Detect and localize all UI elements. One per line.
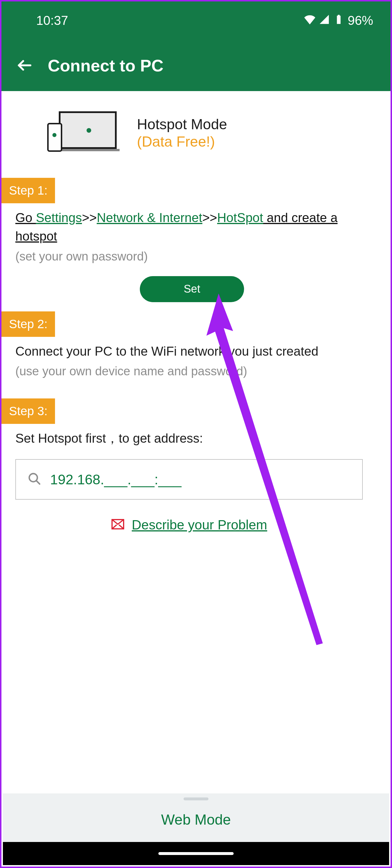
wifi-icon	[304, 13, 315, 28]
cellular-icon	[319, 13, 330, 28]
ip-address-field[interactable]: 192.168.___.___:___	[15, 459, 363, 500]
search-icon	[28, 472, 41, 487]
phone-frame: 10:37 96% Connect to PC	[0, 0, 392, 868]
step-3: Step 3:	[1, 398, 377, 424]
settings-link[interactable]: Settings	[36, 211, 82, 225]
status-bar: 10:37 96%	[1, 1, 391, 40]
nav-pill-icon[interactable]	[158, 852, 234, 855]
step-1: Step 1:	[1, 178, 377, 203]
step-2-note: (use your own device name and password)	[1, 364, 377, 378]
set-button[interactable]: Set	[140, 276, 244, 302]
step-3-badge: Step 3:	[1, 398, 55, 424]
step-1-instruction[interactable]: Go Settings >> Network & Internet >> Hot…	[1, 209, 377, 246]
mode-title: Hotspot Mode	[137, 116, 227, 133]
back-arrow-icon[interactable]	[16, 57, 33, 74]
hero: Hotspot Mode (Data Free!)	[1, 111, 377, 155]
web-mode-label[interactable]: Web Mode	[161, 811, 231, 828]
devices-illustration-icon	[47, 111, 119, 155]
step-1-go: Go	[15, 211, 36, 225]
describe-problem-row[interactable]: Describe your Problem	[1, 517, 377, 533]
step-2-instruction: Connect your PC to the WiFi network you …	[1, 342, 377, 361]
drag-handle-icon[interactable]	[184, 798, 208, 800]
status-time: 10:37	[36, 13, 68, 28]
describe-problem-link[interactable]: Describe your Problem	[132, 517, 267, 533]
bottom-sheet[interactable]: Web Mode	[3, 794, 389, 842]
step-3-instruction: Set Hotspot first，to get address:	[1, 429, 377, 447]
battery-icon	[333, 13, 344, 28]
hotspot-link[interactable]: HotSpot	[217, 211, 263, 225]
system-nav-bar	[3, 842, 389, 865]
separator: >>	[202, 209, 217, 227]
content: Hotspot Mode (Data Free!) Step 1: Go Set…	[1, 91, 391, 814]
page-title: Connect to PC	[48, 56, 164, 75]
step-2: Step 2:	[1, 311, 377, 337]
mode-subtitle: (Data Free!)	[137, 133, 227, 150]
mail-icon	[111, 517, 125, 532]
step-1-note: (set your own password)	[1, 250, 377, 264]
step-1-badge: Step 1:	[1, 178, 55, 203]
battery-percent: 96%	[348, 13, 373, 28]
step-2-badge: Step 2:	[1, 311, 55, 337]
app-bar: Connect to PC	[1, 40, 391, 91]
separator: >>	[82, 209, 97, 227]
network-link[interactable]: Network & Internet	[97, 211, 202, 225]
ip-placeholder: 192.168.___.___:___	[50, 472, 181, 488]
status-icons: 96%	[304, 13, 373, 28]
